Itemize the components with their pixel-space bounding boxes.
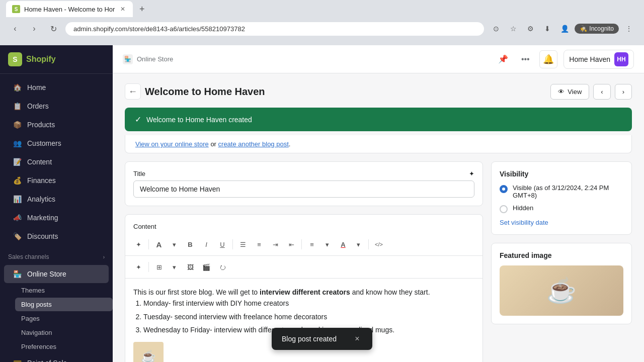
browser-refresh-btn[interactable]: ↻ [46, 22, 60, 36]
video-btn[interactable]: 🎬 [199, 260, 213, 274]
browser-back-btn[interactable]: ‹ [8, 22, 22, 36]
visibility-card: Visibility Visible (as of 3/12/2024, 2:2… [491, 161, 632, 235]
next-nav-button[interactable]: › [615, 84, 632, 100]
align-btn[interactable]: ≡ [305, 237, 319, 251]
discounts-icon: 🏷️ [12, 231, 22, 241]
view-store-link[interactable]: View on your online store [135, 140, 209, 148]
sidebar-item-marketing[interactable]: 📣 Marketing [4, 209, 109, 227]
sidebar-item-discounts[interactable]: 🏷️ Discounts [4, 227, 109, 245]
outdent-btn[interactable]: ⇤ [284, 237, 298, 251]
ai-toolbar-btn[interactable]: ✦ [131, 237, 145, 251]
sidebar-item-online-store[interactable]: 🏪 Online Store [4, 265, 109, 283]
tab-close-btn[interactable]: ✕ [119, 5, 127, 13]
number-list-btn[interactable]: ≡ [252, 237, 266, 251]
profile-icon[interactable]: 👤 [557, 22, 572, 36]
prev-nav-button[interactable]: ‹ [593, 84, 610, 100]
browser-tab[interactable]: S Home Haven - Welcome to Hor ✕ [6, 1, 133, 17]
title-input[interactable] [133, 180, 474, 198]
cast-icon[interactable]: ⊙ [489, 22, 503, 36]
online-store-subnav: Themes Blog posts Pages Navigation Prefe… [15, 284, 113, 353]
page-actions: 👁 View ‹ › [550, 84, 632, 100]
sidebar-item-home[interactable]: 🏠 Home [4, 78, 109, 97]
browser-forward-btn[interactable]: › [27, 22, 41, 36]
orders-icon: 📋 [12, 101, 22, 111]
user-profile-button[interactable]: Home Haven HH [564, 50, 634, 69]
browser-menu-btn[interactable]: ⋮ [622, 22, 636, 36]
view-button[interactable]: 👁 View [550, 84, 589, 100]
sidebar-item-blog-posts[interactable]: Blog posts [15, 298, 113, 311]
content-field-label: Content [133, 223, 474, 230]
featured-image-area: ☕ [500, 265, 623, 316]
underline-btn[interactable]: U [215, 237, 229, 251]
create-post-link[interactable]: create another blog post [218, 140, 289, 148]
extensions-icon[interactable]: ⚙ [523, 22, 537, 36]
banner-links: View on your online store or create anot… [125, 135, 632, 153]
list-item: Monday- first interview with DIY home cr… [143, 298, 474, 309]
content-grid: Title ✦ Content [125, 161, 632, 362]
sidebar-item-customers[interactable]: 👥 Customers [4, 134, 109, 152]
sidebar-header: S Shopify [0, 45, 113, 74]
sidebar-item-content[interactable]: 📝 Content [4, 153, 109, 171]
eye-icon: 👁 [558, 88, 565, 96]
browser-actions: ⊙ ☆ ⚙ ⬇ 👤 🕵 Incognito ⋮ [489, 22, 636, 36]
font-dropdown-btn[interactable]: ▾ [167, 237, 181, 251]
set-visibility-date-link[interactable]: Set visibility date [500, 219, 548, 226]
featured-image-preview[interactable]: ☕ [500, 265, 623, 316]
sidebar-nav: 🏠 Home 📋 Orders 📦 Products 👥 Customers 📝… [0, 74, 113, 362]
main-content: 🏪 Online Store 📌 ••• 🔔 Home Haven HH [113, 45, 644, 362]
italic-btn[interactable]: I [199, 237, 213, 251]
bookmark-icon[interactable]: ☆ [506, 22, 520, 36]
embed-btn[interactable]: ⭮ [215, 260, 229, 274]
address-bar: ‹ › ↻ ⊙ ☆ ⚙ ⬇ 👤 🕵 Incognito ⋮ [0, 18, 644, 39]
sidebar-item-themes[interactable]: Themes [15, 284, 113, 297]
hidden-option[interactable]: Hidden [500, 204, 623, 213]
sidebar-item-orders[interactable]: 📋 Orders [4, 97, 109, 115]
text-color-btn[interactable]: A [336, 237, 350, 251]
sidebar-item-preferences[interactable]: Preferences [15, 340, 113, 353]
image-btn[interactable]: 🖼 [183, 260, 197, 274]
toolbar-sep-4 [368, 239, 369, 249]
sidebar-item-products[interactable]: 📦 Products [4, 116, 109, 134]
success-banner: ✓ Welcome to Home Haven created [125, 108, 632, 131]
hidden-radio[interactable] [500, 205, 508, 213]
tab-favicon: S [12, 5, 20, 13]
visible-radio[interactable] [500, 185, 508, 193]
featured-image-section: Featured image ☕ [492, 243, 631, 324]
table-btn[interactable]: ⊞ [152, 260, 166, 274]
sidebar-item-point-of-sale[interactable]: 💳 Point of Sale [4, 354, 109, 362]
content-label-section: Content [125, 215, 482, 230]
new-tab-button[interactable]: + [135, 2, 149, 16]
bullet-list-btn[interactable]: ☰ [236, 237, 250, 251]
bold-btn[interactable]: B [183, 237, 197, 251]
color-dropdown-btn[interactable]: ▾ [351, 237, 365, 251]
visible-option[interactable]: Visible (as of 3/12/2024, 2:24 PM GMT+8) [500, 184, 623, 199]
url-bar[interactable] [65, 22, 484, 36]
finances-icon: 💰 [12, 175, 22, 186]
back-button[interactable]: ← [125, 83, 141, 100]
font-group: A ▾ [152, 237, 181, 251]
download-icon[interactable]: ⬇ [540, 22, 554, 36]
side-col: Visibility Visible (as of 3/12/2024, 2:2… [491, 161, 632, 362]
indent-btn[interactable]: ⇥ [268, 237, 282, 251]
font-size-btn[interactable]: A [152, 237, 166, 251]
pos-icon: 💳 [12, 358, 22, 362]
more-options-button[interactable]: ••• [517, 51, 533, 67]
sidebar-item-pages[interactable]: Pages [15, 312, 113, 325]
table-dropdown-btn[interactable]: ▾ [167, 260, 181, 274]
align-group: ≡ ▾ [305, 237, 334, 251]
notification-button[interactable]: 🔔 [539, 50, 557, 68]
sidebar-item-finances[interactable]: 💰 Finances [4, 171, 109, 190]
magic-format-btn[interactable]: ✦ [131, 260, 145, 274]
shopify-logo[interactable]: S Shopify [8, 52, 56, 66]
toast-close-button[interactable]: × [352, 334, 362, 344]
toast-notification: Blog post created × [272, 328, 372, 350]
toolbar-sep-1 [148, 239, 149, 249]
sidebar-item-navigation[interactable]: Navigation [15, 326, 113, 339]
visible-label: Visible (as of 3/12/2024, 2:24 PM GMT+8) [513, 184, 623, 199]
sales-channels-header: Sales channels › [0, 249, 113, 264]
marketing-icon: 📣 [12, 213, 22, 223]
sidebar-item-analytics[interactable]: 📊 Analytics [4, 190, 109, 208]
code-view-btn[interactable]: </> [372, 237, 386, 251]
align-dropdown-btn[interactable]: ▾ [320, 237, 334, 251]
pin-button[interactable]: 📌 [495, 51, 511, 67]
